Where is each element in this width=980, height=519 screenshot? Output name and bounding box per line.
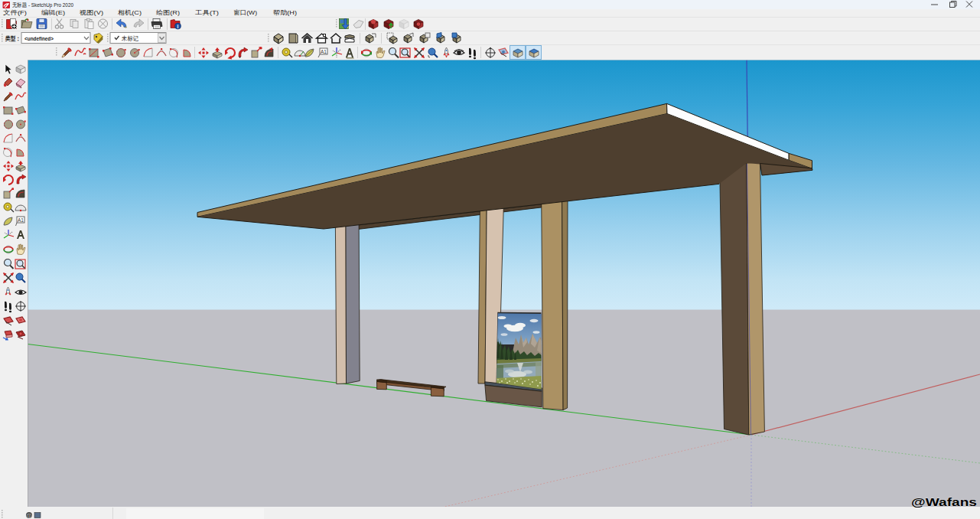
svg-text:帮助(H): 帮助(H) bbox=[273, 9, 297, 16]
svg-text:A1: A1 bbox=[18, 217, 24, 223]
svg-text:窗口(W): 窗口(W) bbox=[233, 9, 257, 16]
svg-text:类型：: 类型： bbox=[5, 35, 21, 42]
svg-text:编辑(E): 编辑(E) bbox=[41, 9, 65, 16]
svg-text:相机(C): 相机(C) bbox=[118, 9, 142, 16]
svg-text:工具(T): 工具(T) bbox=[195, 9, 219, 16]
svg-text:无标题 - SketchUp Pro 2020: 无标题 - SketchUp Pro 2020 bbox=[12, 2, 74, 8]
svg-text:i: i bbox=[177, 24, 179, 29]
svg-text:A1: A1 bbox=[321, 49, 327, 54]
svg-text:ⓘ: ⓘ bbox=[27, 513, 32, 518]
svg-text:绘图(R): 绘图(R) bbox=[156, 9, 180, 16]
svg-text:视图(V): 视图(V) bbox=[79, 9, 104, 16]
svg-text:<undefined>: <undefined> bbox=[24, 35, 54, 42]
svg-text:文件(F): 文件(F) bbox=[3, 9, 27, 16]
svg-text:未标记: 未标记 bbox=[121, 35, 138, 42]
svg-text:@Wafans: @Wafans bbox=[911, 495, 977, 508]
